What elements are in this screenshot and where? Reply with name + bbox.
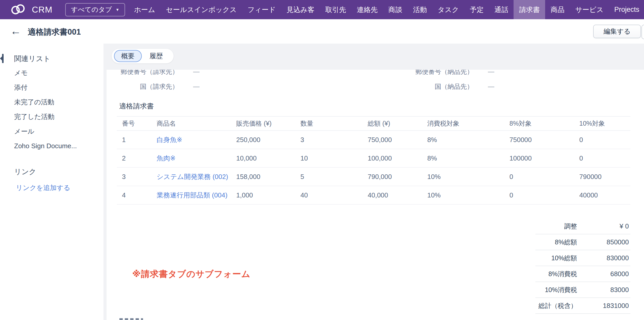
nav-tab[interactable]: 見込み客 (281, 0, 320, 19)
nav-tab[interactable]: 商品 (545, 0, 570, 19)
page-title: 適格請求書001 (28, 27, 81, 37)
subform-title: 適格請求書 (119, 102, 154, 111)
nav-tab[interactable]: フィード (242, 0, 281, 19)
top-navigation: CRM すべてのタブ ▼ ホームセールスインボックスフィード見込み客取引先連絡先… (0, 0, 644, 19)
nav-tab[interactable]: 取引先 (320, 0, 351, 19)
summary-label: 調整 (535, 222, 577, 231)
product-link[interactable]: 業務遂行用部品類 (004) (151, 186, 231, 204)
table-row: 4業務遂行用部品類 (004)1,0004040,00010%040000 (117, 186, 630, 205)
table-cell: 790000 (574, 168, 630, 186)
related-list-item[interactable]: 完了した活動 (14, 109, 77, 124)
field-value-postal-billing: — (193, 70, 200, 77)
summary-row: 8%消費税68000 (535, 266, 630, 282)
table-cell: 10 (295, 149, 363, 167)
field-value-postal-shipping: — (488, 70, 494, 77)
product-link[interactable]: 魚肉※ (151, 149, 231, 167)
table-cell: 10% (422, 168, 504, 186)
column-header: 商品名 (151, 117, 231, 130)
field-label-country-shipping: 国（納品先） (345, 81, 473, 92)
zoho-crm-logo-icon (9, 3, 28, 16)
summary-label: 10%総額 (535, 254, 577, 262)
all-tabs-dropdown-label: すべてのタブ (71, 5, 112, 14)
summary-row: 10%総額830000 (535, 250, 630, 266)
table-cell: 158,000 (231, 168, 295, 186)
table-cell: 10% (422, 186, 504, 204)
sidebar-collapse-icon[interactable] (0, 54, 5, 63)
related-list-item[interactable]: 添付 (14, 80, 77, 95)
table-cell: 750,000 (363, 131, 422, 149)
tab-overview[interactable]: 概要 (114, 50, 142, 62)
summary-row: 8%総額850000 (535, 234, 630, 250)
clipped-action-button[interactable] (641, 25, 644, 39)
nav-tab[interactable]: Projects (609, 0, 644, 19)
zoho-crm-invoice-screen: { "nav": { "brand": "CRM", "tabs_dropdow… (0, 0, 644, 320)
table-cell: 0 (574, 149, 630, 167)
brand-label: CRM (32, 5, 52, 15)
chevron-down-icon: ▼ (116, 7, 119, 12)
nav-tab[interactable]: 活動 (408, 0, 432, 19)
table-cell: 40000 (574, 186, 630, 204)
column-header: 販売価格 (¥) (231, 117, 295, 130)
tab-history[interactable]: 履歴 (142, 52, 171, 61)
table-cell: 40,000 (363, 186, 422, 204)
nav-tab[interactable]: セールスインボックス (160, 0, 242, 19)
nav-tab[interactable]: ホーム (129, 0, 160, 19)
summary-label: 8%消費税 (535, 270, 577, 278)
table-cell: 1 (117, 131, 151, 149)
record-tabbar: 概要 履歴 (112, 49, 174, 63)
nav-tab[interactable]: 請求書 (514, 0, 545, 19)
record-detail-card: 郵便番号（請求先） — 郵便番号（納品先） — 国（請求先） — 国（納品先） … (107, 70, 644, 320)
totals-summary: 調整¥ 08%総額85000010%総額8300008%消費税6800010%消… (535, 218, 630, 314)
add-link-button[interactable]: リンクを追加する (16, 183, 70, 192)
nav-tab-list: ホームセールスインボックスフィード見込み客取引先連絡先商談活動タスク予定通話請求… (129, 0, 644, 19)
table-cell: 790,000 (363, 168, 422, 186)
table-cell: 250,000 (231, 131, 295, 149)
table-cell: 0 (504, 168, 574, 186)
summary-value: 68000 (577, 270, 630, 278)
table-header-row: 番号商品名販売価格 (¥)数量総額 (¥)消費税対象8%対象10%対象 (117, 116, 630, 131)
invoice-line-items-table: 番号商品名販売価格 (¥)数量総額 (¥)消費税対象8%対象10%対象1白身魚※… (117, 116, 630, 205)
annotation-note: ※請求書タブのサブフォーム (132, 268, 250, 280)
all-tabs-dropdown[interactable]: すべてのタブ ▼ (65, 3, 125, 16)
related-list-item[interactable]: 未完了の活動 (14, 95, 77, 109)
nav-tab[interactable]: 通話 (489, 0, 514, 19)
related-list-items: メモ添付未完了の活動完了した活動メールZoho Sign Docume... (14, 66, 77, 153)
field-label-postal-shipping: 郵便番号（納品先） (345, 70, 473, 77)
column-header: 数量 (295, 117, 363, 130)
crm-brand[interactable]: CRM (9, 0, 52, 19)
related-list-item[interactable]: Zoho Sign Docume... (14, 139, 77, 153)
links-title: リンク (14, 167, 36, 177)
related-list-title: 関連リスト (14, 54, 51, 64)
table-row: 1白身魚※250,0003750,0008%7500000 (117, 131, 630, 149)
summary-row: 調整¥ 0 (535, 218, 630, 234)
nav-tab[interactable]: タスク (432, 0, 464, 19)
table-cell: 750000 (504, 131, 574, 149)
table-cell: 5 (295, 168, 363, 186)
nav-tab[interactable]: 連絡先 (351, 0, 383, 19)
summary-label: 8%総額 (535, 238, 577, 246)
table-cell: 0 (574, 131, 630, 149)
back-arrow-icon[interactable]: ← (10, 24, 21, 38)
summary-label: 10%消費税 (535, 286, 577, 294)
table-cell: 8% (422, 149, 504, 167)
column-header: 8%対象 (504, 117, 574, 130)
product-link[interactable]: 白身魚※ (151, 131, 231, 149)
column-header: 10%対象 (574, 117, 630, 130)
nav-tab[interactable]: サービス (570, 0, 609, 19)
related-list-item[interactable]: メール (14, 124, 77, 139)
edit-button[interactable]: 編集する (593, 25, 641, 38)
nav-tab[interactable]: 商談 (383, 0, 408, 19)
summary-row: 総計（税含）1831000 (535, 298, 630, 314)
summary-value: 1831000 (577, 302, 630, 310)
field-label-country-billing: 国（請求先） (107, 81, 178, 92)
related-list-sidebar: 関連リスト メモ添付未完了の活動完了した活動メールZoho Sign Docum… (0, 44, 103, 320)
table-cell: 8% (422, 131, 504, 149)
product-link[interactable]: システム開発業務 (002) (151, 168, 231, 186)
column-header: 番号 (117, 117, 151, 130)
nav-tab[interactable]: 予定 (464, 0, 489, 19)
table-cell: 2 (117, 149, 151, 167)
related-list-item[interactable]: メモ (14, 66, 77, 80)
summary-label: 総計（税含） (535, 302, 577, 310)
column-header: 消費税対象 (422, 117, 504, 130)
table-cell: 3 (117, 168, 151, 186)
